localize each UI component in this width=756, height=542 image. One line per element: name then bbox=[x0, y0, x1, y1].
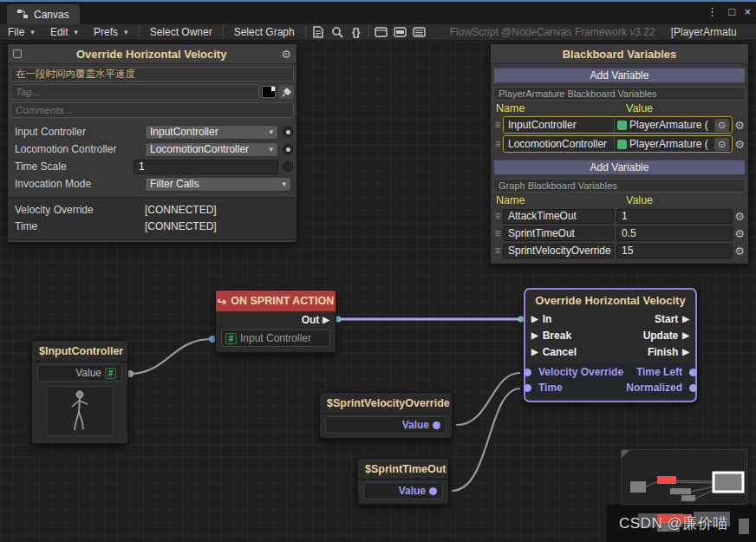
comments-input[interactable] bbox=[10, 102, 294, 118]
object-picker-icon[interactable]: ⊙ bbox=[714, 119, 729, 132]
value-port-row[interactable]: Value bbox=[325, 416, 446, 434]
gear-icon[interactable]: ⚙ bbox=[733, 138, 746, 151]
variable-name-field[interactable]: SprintVelocityOverride bbox=[503, 244, 614, 258]
close-icon[interactable]: × bbox=[744, 5, 751, 18]
break-port[interactable]: ▶ Break bbox=[531, 330, 571, 342]
drag-handle-icon[interactable]: ≡ bbox=[492, 227, 503, 239]
chevron-down-icon: ▾ bbox=[269, 145, 273, 153]
value-port-icon[interactable] bbox=[689, 369, 697, 376]
value-port-icon[interactable] bbox=[524, 369, 531, 376]
minimap[interactable] bbox=[621, 449, 747, 505]
velocity-override-port[interactable]: Velocity Override bbox=[532, 366, 623, 378]
gear-icon[interactable]: ⚙ bbox=[733, 210, 746, 223]
drag-handle-icon[interactable]: ≡ bbox=[492, 210, 503, 222]
panel-toggle-inspector-icon[interactable] bbox=[372, 24, 391, 40]
drag-handle-icon[interactable]: ≡ bbox=[492, 245, 503, 257]
gear-icon[interactable]: ⚙ bbox=[733, 245, 746, 258]
gear-icon[interactable]: ⚙ bbox=[733, 119, 746, 132]
tag-input[interactable] bbox=[10, 84, 259, 100]
blackboard-toggle-radio[interactable] bbox=[283, 127, 293, 137]
panel-toggle-console-icon[interactable] bbox=[410, 24, 429, 40]
highlighted-variable: LocomotionController PlayerArmature ( ⊙ bbox=[503, 135, 733, 153]
drag-handle-icon[interactable]: ≡ bbox=[492, 119, 503, 131]
value-port-icon[interactable] bbox=[429, 487, 437, 495]
blackboard-caption: Graph Blackboard Variables bbox=[493, 179, 746, 193]
graph-owner-label[interactable]: [PlayerArmatu bbox=[671, 26, 737, 38]
code-braces-icon[interactable]: {} bbox=[347, 24, 366, 40]
node-input-controller-variable[interactable]: $InputController Value # bbox=[31, 340, 128, 444]
minimap-resize-handle[interactable] bbox=[622, 450, 629, 458]
variable-name-field[interactable]: AttackTimeOut bbox=[503, 209, 614, 224]
object-picker-icon[interactable]: ⊙ bbox=[714, 138, 729, 151]
node-on-sprint-action[interactable]: ↪ ON SPRINT ACTION Out ▶ # Input Control… bbox=[215, 290, 336, 353]
flow-port-icon: ▶ bbox=[323, 315, 329, 324]
flow-row-cancel-finish: ▶ Cancel Finish ▶ bbox=[525, 343, 695, 360]
log-icon[interactable] bbox=[309, 24, 328, 40]
node-sprint-timeout-variable[interactable]: $SprintTimeOut Value bbox=[357, 458, 449, 505]
blackboard-toggle-radio[interactable] bbox=[283, 161, 293, 172]
panel-toggle-blackboard-icon[interactable] bbox=[391, 24, 410, 40]
start-port[interactable]: Start ▶ bbox=[655, 313, 689, 325]
tab-canvas[interactable]: Canvas bbox=[7, 4, 80, 24]
finish-port[interactable]: Finish ▶ bbox=[648, 346, 689, 358]
input-controller-param-field[interactable]: # Input Controller bbox=[221, 330, 330, 347]
variable-node-title: $InputController bbox=[32, 341, 127, 361]
add-variable-button[interactable]: Add Variable bbox=[493, 68, 746, 83]
value-port-icon[interactable] bbox=[433, 421, 440, 429]
invocation-mode-dropdown[interactable]: Filter Calls ▾ bbox=[145, 177, 291, 192]
blackboard-title: Blackboard Variables bbox=[496, 48, 743, 61]
cancel-port[interactable]: ▶ Cancel bbox=[531, 346, 577, 358]
select-owner-button[interactable]: Select Owner bbox=[142, 24, 220, 40]
field-time-scale: Time Scale bbox=[8, 158, 297, 175]
gameobject-icon bbox=[617, 140, 627, 149]
inspector-header: Override Horizontal Velocity ⚙ bbox=[8, 44, 297, 64]
maximize-icon[interactable]: □ bbox=[728, 5, 735, 18]
blackboard-toggle-radio[interactable] bbox=[283, 144, 293, 154]
menu-edit[interactable]: Edit ▾ bbox=[42, 24, 86, 40]
value-port-row[interactable]: Value # bbox=[37, 364, 122, 382]
input-controller-dropdown[interactable]: InputController ▾ bbox=[145, 125, 278, 140]
variable-name-field[interactable]: InputController bbox=[504, 117, 615, 133]
more-icon[interactable]: ⋮ bbox=[707, 5, 718, 18]
value-port-icon[interactable] bbox=[524, 384, 531, 392]
variable-value-field[interactable]: PlayerArmature ( ⊙ bbox=[615, 117, 732, 133]
in-port[interactable]: ▶ In bbox=[531, 313, 551, 325]
menu-file[interactable]: File ▾ bbox=[0, 24, 42, 40]
divider bbox=[320, 413, 452, 414]
variable-value-field[interactable]: 1 bbox=[616, 209, 733, 224]
variable-row-attacktimeout: ≡ AttackTimeOut 1 ⚙ bbox=[492, 208, 746, 224]
locomotion-controller-dropdown[interactable]: LocomotionController ▾ bbox=[145, 142, 278, 157]
menu-prefs[interactable]: Prefs ▾ bbox=[86, 24, 136, 40]
gear-icon[interactable]: ⚙ bbox=[281, 48, 291, 61]
value-port-row[interactable]: Value bbox=[363, 482, 443, 500]
blackboard-caption: PlayerArmature Blackboard Variables bbox=[493, 87, 746, 101]
framework-label: FlowScript @NodeCanvas Framework v3.22 bbox=[450, 26, 655, 38]
collapse-icon[interactable] bbox=[13, 49, 22, 58]
variable-value-field[interactable]: 0.5 bbox=[616, 226, 733, 241]
eyedropper-icon[interactable] bbox=[278, 85, 294, 99]
value-port-icon[interactable] bbox=[689, 384, 697, 392]
gear-icon[interactable]: ⚙ bbox=[733, 227, 746, 240]
field-invocation-mode: Invocation Mode Filter Calls ▾ bbox=[8, 175, 297, 193]
time-scale-input[interactable] bbox=[134, 160, 278, 174]
variable-name-field[interactable]: SprintTimeOut bbox=[503, 226, 614, 241]
value-ports-box: Velocity Override Time Left Time Normali… bbox=[529, 362, 692, 397]
select-graph-button[interactable]: Select Graph bbox=[226, 24, 303, 40]
highlighted-variable: InputController PlayerArmature ( ⊙ bbox=[503, 116, 733, 134]
variable-value-field[interactable]: PlayerArmature ( ⊙ bbox=[615, 136, 732, 152]
node-color-swatch[interactable] bbox=[262, 86, 276, 98]
variable-value-field[interactable]: 15 bbox=[616, 244, 733, 258]
drag-handle-icon[interactable]: ≡ bbox=[492, 138, 503, 150]
normalized-port[interactable]: Normalized bbox=[626, 382, 688, 394]
time-port[interactable]: Time bbox=[532, 382, 563, 394]
search-icon[interactable] bbox=[328, 24, 347, 40]
add-variable-button[interactable]: Add Variable bbox=[493, 160, 746, 175]
out-port-row[interactable]: Out ▶ bbox=[216, 311, 336, 328]
time-left-port[interactable]: Time Left bbox=[636, 366, 688, 378]
update-port[interactable]: Update ▶ bbox=[643, 330, 689, 342]
variable-name-field[interactable]: LocomotionController bbox=[504, 136, 615, 152]
node-sprint-velocity-override-variable[interactable]: $SprintVelocityOverride Value bbox=[319, 392, 453, 439]
node-override-horizontal-velocity[interactable]: Override Horizontal Velocity ▶ In Start … bbox=[524, 288, 697, 402]
gameobject-icon bbox=[617, 121, 627, 130]
hash-icon: # bbox=[105, 368, 116, 379]
